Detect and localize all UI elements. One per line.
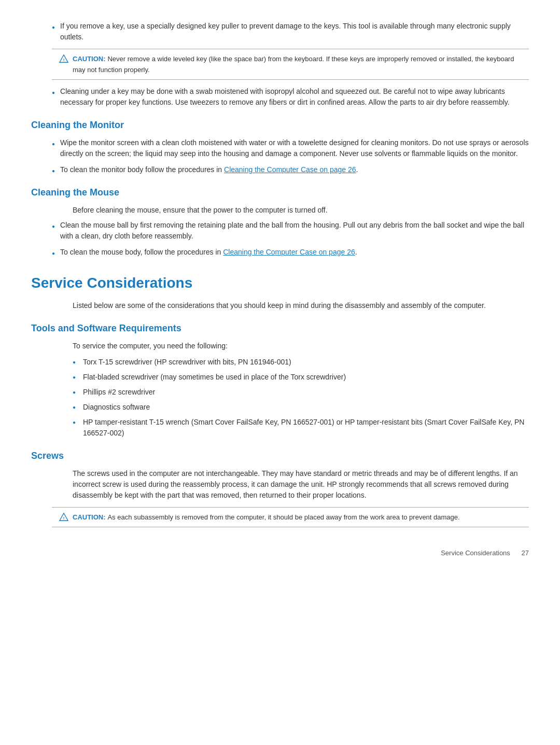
page-content: ● If you remove a key, use a specially d… [31,21,529,558]
mouse-intro: Before cleaning the mouse, ensure that t… [73,205,529,216]
monitor-bullet-2-suffix: . [356,165,358,174]
bullet-dot-3: ● [52,140,55,148]
tools-list-item: Torx T-15 screwdriver (HP screwdriver wi… [73,357,529,368]
caution-body-1: Never remove a wide leveled key (like th… [73,55,514,74]
footer-left: Service Considerations [441,549,510,557]
top-bullet-cleaning-key: ● Cleaning under a key may be done with … [52,86,529,108]
bullet-dot-5: ● [52,222,55,230]
bullet-dot-2: ● [52,89,55,96]
bullet-dot-6: ● [52,249,55,257]
monitor-text-2: To clean the monitor body follow the pro… [60,164,358,175]
screws-heading: Screws [31,449,529,463]
caution-screws-content: CAUTION: As each subassembly is removed … [73,512,460,523]
mouse-bullet-1: ● Clean the mouse ball by first removing… [52,220,529,242]
cleaning-mouse-heading: Cleaning the Mouse [31,186,529,200]
tools-list: Torx T-15 screwdriver (HP screwdriver wi… [73,357,529,439]
footer-text: Service Considerations 27 [441,548,529,558]
monitor-text-1: Wipe the monitor screen with a clean clo… [60,137,529,159]
bullet-dot: ● [52,23,55,31]
mouse-bullet-2: ● To clean the mouse body, follow the pr… [52,247,529,258]
caution-screws-text: As each subassembly is removed from the … [107,513,459,521]
monitor-bullet-1: ● Wipe the monitor screen with a clean c… [52,137,529,159]
svg-text:!: ! [63,58,65,62]
footer-right: 27 [522,549,529,557]
tools-list-item: Phillips #2 screwdriver [73,387,529,398]
mouse-link[interactable]: Cleaning the Computer Case on page 26 [223,248,355,256]
caution-box-screws: ! CAUTION: As each subassembly is remove… [52,507,529,527]
cleaning-key-text: Cleaning under a key may be done with a … [60,86,529,108]
svg-text:!: ! [63,516,65,521]
page-footer: Service Considerations 27 [31,548,529,558]
cleaning-monitor-heading: Cleaning the Monitor [31,118,529,132]
tools-list-item: Flat-bladed screwdriver (may sometimes b… [73,372,529,383]
tools-intro: To service the computer, you need the fo… [73,341,529,352]
monitor-bullet-2-prefix: To clean the monitor body follow the pro… [60,165,224,174]
key-puller-text: If you remove a key, use a specially des… [60,21,529,43]
tools-list-item: HP tamper-resistant T-15 wrench (Smart C… [73,417,529,439]
monitor-link[interactable]: Cleaning the Computer Case on page 26 [224,165,356,174]
caution-screws-label: CAUTION: [73,513,106,521]
mouse-text-2: To clean the mouse body, follow the proc… [60,247,357,258]
caution-1-content: CAUTION: Never remove a wide leveled key… [73,53,522,75]
warning-icon-screws: ! [59,512,68,522]
bullet-dot-4: ● [52,167,55,175]
monitor-bullet-2: ● To clean the monitor body follow the p… [52,164,529,175]
caution-box-1: ! CAUTION: Never remove a wide leveled k… [52,49,529,80]
tools-software-heading: Tools and Software Requirements [31,321,529,335]
screws-paragraph: The screws used in the computer are not … [73,468,529,501]
warning-icon-1: ! [59,54,68,63]
mouse-text-1: Clean the mouse ball by first removing t… [60,220,529,242]
top-bullet-key-puller: ● If you remove a key, use a specially d… [52,21,529,43]
mouse-bullet-2-prefix: To clean the mouse body, follow the proc… [60,248,223,256]
caution-label-1: CAUTION: [73,55,106,63]
mouse-bullet-2-suffix: . [355,248,357,256]
tools-list-item: Diagnostics software [73,402,529,413]
service-considerations-heading: Service Considerations [31,272,529,294]
service-considerations-intro: Listed below are some of the considerati… [73,300,529,311]
